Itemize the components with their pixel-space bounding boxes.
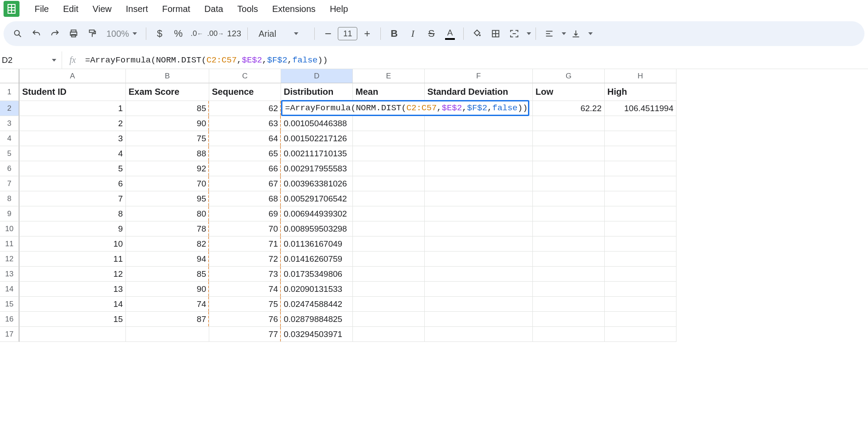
borders-icon[interactable]: [487, 25, 504, 43]
cell[interactable]: [533, 206, 605, 221]
bold-icon[interactable]: B: [385, 25, 403, 43]
cell-header[interactable]: Low: [533, 83, 605, 101]
cell[interactable]: 0.01136167049: [281, 236, 353, 252]
increase-font-size-button[interactable]: +: [358, 25, 376, 43]
cell[interactable]: [533, 146, 605, 161]
cell[interactable]: [353, 282, 425, 297]
menu-help[interactable]: Help: [324, 1, 354, 17]
cell[interactable]: 62: [209, 101, 281, 116]
cell[interactable]: [605, 252, 676, 267]
cell[interactable]: 74: [126, 297, 209, 312]
cell[interactable]: 4: [20, 146, 126, 161]
cell[interactable]: [533, 131, 605, 146]
cell[interactable]: [605, 161, 676, 176]
cell[interactable]: 64: [209, 131, 281, 146]
row-header[interactable]: 6: [0, 161, 20, 176]
cell[interactable]: [533, 312, 605, 327]
cell[interactable]: 0.005291706542: [281, 191, 353, 206]
cell[interactable]: 0.008959503298: [281, 221, 353, 236]
decrease-decimal-icon[interactable]: .0←: [188, 25, 206, 43]
row-header[interactable]: 13: [0, 267, 20, 282]
cell[interactable]: [605, 131, 676, 146]
cell[interactable]: [425, 282, 533, 297]
row-header[interactable]: 8: [0, 191, 20, 206]
undo-icon[interactable]: [27, 25, 45, 43]
cell[interactable]: [353, 267, 425, 282]
cell[interactable]: [353, 252, 425, 267]
menu-edit[interactable]: Edit: [57, 1, 84, 17]
cell[interactable]: 87: [126, 312, 209, 327]
cell[interactable]: 68: [209, 191, 281, 206]
vertical-align-icon[interactable]: [567, 25, 585, 43]
cell[interactable]: 5: [20, 161, 126, 176]
cell[interactable]: 0.006944939302: [281, 206, 353, 221]
cell-header[interactable]: Standard Deviation: [425, 83, 533, 101]
cell[interactable]: 0.03294503971: [281, 327, 353, 342]
cell[interactable]: 6: [20, 176, 126, 191]
row-header[interactable]: 3: [0, 116, 20, 131]
cell[interactable]: 0.01416260759: [281, 252, 353, 267]
cell[interactable]: 0.02879884825: [281, 312, 353, 327]
row-header[interactable]: 16: [0, 312, 20, 327]
cell[interactable]: 76: [209, 312, 281, 327]
cell[interactable]: [20, 327, 126, 342]
cell[interactable]: [353, 161, 425, 176]
strikethrough-icon[interactable]: S: [422, 25, 440, 43]
cell[interactable]: 2: [20, 116, 126, 131]
cell[interactable]: 90: [126, 282, 209, 297]
paint-format-icon[interactable]: [83, 25, 101, 43]
currency-icon[interactable]: $: [151, 25, 168, 43]
cell[interactable]: [533, 221, 605, 236]
cell-formula-editor[interactable]: =ArrayFormula(NORM.DIST(C2:C57,$E$2,$F$2…: [281, 100, 529, 116]
cell[interactable]: [353, 146, 425, 161]
cell[interactable]: [533, 236, 605, 252]
menu-tools[interactable]: Tools: [231, 1, 264, 17]
cell[interactable]: 92: [126, 161, 209, 176]
redo-icon[interactable]: [46, 25, 64, 43]
menu-data[interactable]: Data: [198, 1, 229, 17]
row-header[interactable]: 17: [0, 327, 20, 342]
cell[interactable]: 80: [126, 206, 209, 221]
column-header[interactable]: C: [209, 69, 281, 83]
row-header[interactable]: 12: [0, 252, 20, 267]
cell[interactable]: 90: [126, 116, 209, 131]
cell[interactable]: [425, 146, 533, 161]
cell[interactable]: 13: [20, 282, 126, 297]
cell[interactable]: 14: [20, 297, 126, 312]
cell[interactable]: 62.22: [533, 101, 605, 116]
cell[interactable]: 0.02474588442: [281, 297, 353, 312]
cell-header[interactable]: Student ID: [20, 83, 126, 101]
cell[interactable]: [425, 252, 533, 267]
menu-insert[interactable]: Insert: [120, 1, 154, 17]
cell-header[interactable]: High: [605, 83, 676, 101]
cell[interactable]: 0.001050446388: [281, 116, 353, 131]
cell[interactable]: [533, 191, 605, 206]
cell[interactable]: 15: [20, 312, 126, 327]
menu-extensions[interactable]: Extensions: [266, 1, 322, 17]
cell[interactable]: 78: [126, 221, 209, 236]
cell[interactable]: [605, 267, 676, 282]
font-size-input[interactable]: 11: [338, 27, 357, 40]
cell[interactable]: 9: [20, 221, 126, 236]
cell[interactable]: 75: [209, 297, 281, 312]
cell[interactable]: 12: [20, 267, 126, 282]
cell[interactable]: 77: [209, 327, 281, 342]
cell-header[interactable]: Mean: [353, 83, 425, 101]
cell[interactable]: [533, 161, 605, 176]
cell[interactable]: [425, 191, 533, 206]
cell[interactable]: [605, 206, 676, 221]
cell[interactable]: [425, 267, 533, 282]
row-header[interactable]: 4: [0, 131, 20, 146]
row-header[interactable]: 15: [0, 297, 20, 312]
cell[interactable]: [353, 206, 425, 221]
row-header[interactable]: 14: [0, 282, 20, 297]
cell[interactable]: =ArrayFormula(NORM.DIST(C2:C57,$E$2,$F$2…: [281, 101, 353, 116]
cell[interactable]: [353, 327, 425, 342]
cell[interactable]: [533, 327, 605, 342]
cell[interactable]: [605, 312, 676, 327]
more-formats-button[interactable]: 123: [225, 25, 243, 43]
column-header[interactable]: D: [281, 69, 353, 83]
cell[interactable]: [425, 131, 533, 146]
column-header[interactable]: A: [20, 69, 126, 83]
cell[interactable]: 106.4511994: [605, 101, 676, 116]
